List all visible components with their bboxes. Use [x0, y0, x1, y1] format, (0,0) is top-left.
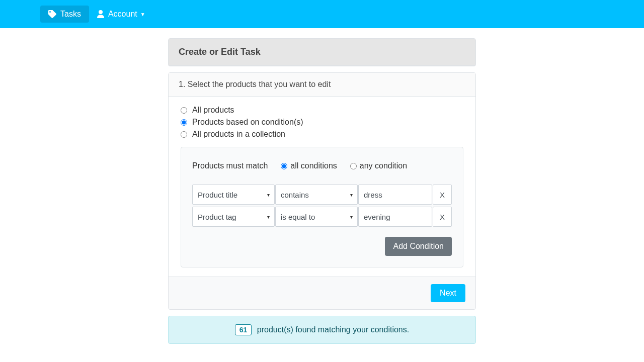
next-button[interactable]: Next — [431, 284, 465, 302]
nav-account-label: Account — [108, 10, 137, 19]
radio-conditions[interactable]: Products based on condition(s) — [181, 118, 463, 127]
field-select-1[interactable]: Product tag — [192, 207, 275, 227]
user-icon — [97, 10, 104, 18]
card-title: Create or Edit Task — [169, 39, 475, 66]
radio-conditions-label: Products based on condition(s) — [192, 118, 303, 127]
tag-icon — [48, 10, 56, 18]
radio-conditions-input[interactable] — [181, 119, 187, 126]
radio-all-products[interactable]: All products — [181, 106, 463, 115]
condition-row-1: Product tag is equal to X — [192, 207, 452, 227]
remove-condition-0[interactable]: X — [433, 185, 452, 205]
step-card: 1. Select the products that you want to … — [168, 72, 476, 310]
card-footer: Next — [169, 277, 475, 309]
step-title: 1. Select the products that you want to … — [169, 73, 475, 97]
field-select-0[interactable]: Product title — [192, 185, 275, 205]
condition-row-0: Product title contains X — [192, 185, 452, 205]
match-any[interactable]: any condition — [350, 161, 407, 170]
scope-radios: All products Products based on condition… — [181, 106, 463, 139]
match-any-input[interactable] — [350, 163, 357, 169]
value-input-1[interactable] — [358, 207, 432, 227]
radio-collection-label: All products in a collection — [192, 130, 285, 139]
radio-all-products-label: All products — [192, 106, 234, 115]
match-all-label: all conditions — [290, 161, 337, 170]
add-condition-button[interactable]: Add Condition — [385, 237, 452, 256]
nav-account[interactable]: Account ▼ — [89, 6, 153, 23]
nav-tasks-label: Tasks — [60, 10, 81, 19]
remove-condition-1[interactable]: X — [433, 207, 452, 227]
conditions-panel: Products must match all conditions any c… — [181, 147, 463, 267]
navbar: Tasks Account ▼ — [0, 0, 644, 28]
radio-collection[interactable]: All products in a collection — [181, 130, 463, 139]
radio-all-products-input[interactable] — [181, 107, 187, 114]
task-card: Create or Edit Task — [168, 38, 476, 66]
value-input-0[interactable] — [358, 185, 432, 205]
match-all-input[interactable] — [281, 163, 287, 169]
results-count: 61 — [235, 324, 252, 335]
radio-collection-input[interactable] — [181, 131, 187, 138]
match-all[interactable]: all conditions — [281, 161, 337, 170]
operator-select-0[interactable]: contains — [275, 185, 358, 205]
chevron-down-icon: ▼ — [140, 12, 145, 17]
match-any-label: any condition — [360, 161, 407, 170]
results-alert: 61 product(s) found matching your condit… — [168, 316, 476, 344]
operator-select-1[interactable]: is equal to — [275, 207, 358, 227]
match-label: Products must match — [192, 161, 268, 170]
nav-tasks[interactable]: Tasks — [40, 6, 89, 23]
results-text: product(s) found matching your condition… — [257, 325, 409, 334]
